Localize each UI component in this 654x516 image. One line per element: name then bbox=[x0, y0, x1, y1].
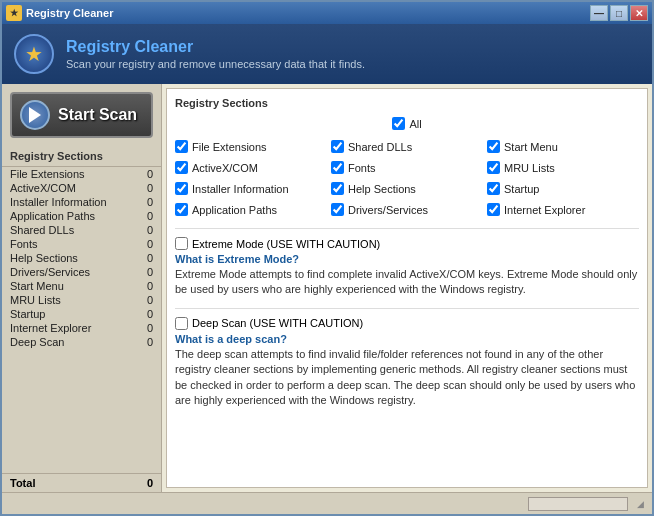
checkbox-label-installer[interactable]: Installer Information bbox=[175, 182, 327, 195]
extreme-mode-label[interactable]: Extreme Mode (USE WITH CAUTION) bbox=[175, 237, 639, 250]
main-area: Start Scan Registry Sections File Extens… bbox=[2, 84, 652, 492]
checkbox-text-startup: Startup bbox=[504, 183, 539, 195]
sidebar-item-count: 0 bbox=[147, 182, 153, 194]
list-item: Installer Information0 bbox=[2, 195, 161, 209]
checkbox-text-fonts: Fonts bbox=[348, 162, 376, 174]
checkbox-label-app-paths[interactable]: Application Paths bbox=[175, 203, 327, 216]
checkbox-all[interactable] bbox=[392, 117, 405, 130]
sidebar-item-count: 0 bbox=[147, 224, 153, 236]
checkbox-startup[interactable] bbox=[487, 182, 500, 195]
checkbox-label-drivers[interactable]: Drivers/Services bbox=[331, 203, 483, 216]
sidebar-item-name: Start Menu bbox=[10, 280, 64, 292]
sidebar-item-name: MRU Lists bbox=[10, 294, 61, 306]
window-icon-symbol: ★ bbox=[10, 8, 18, 18]
sidebar-item-count: 0 bbox=[147, 252, 153, 264]
extreme-mode-label-text: Extreme Mode (USE WITH CAUTION) bbox=[192, 238, 380, 250]
checkbox-app-paths[interactable] bbox=[175, 203, 188, 216]
minimize-button[interactable]: — bbox=[590, 5, 608, 21]
checkbox-ie[interactable] bbox=[487, 203, 500, 216]
sidebar-items-list: File Extensions0ActiveX/COM0Installer In… bbox=[2, 167, 161, 471]
checkbox-grid: File ExtensionsShared DLLsStart MenuActi… bbox=[175, 140, 639, 216]
checkbox-label-mru-lists[interactable]: MRU Lists bbox=[487, 161, 639, 174]
sidebar-item-count: 0 bbox=[147, 238, 153, 250]
sidebar-item-count: 0 bbox=[147, 210, 153, 222]
deep-scan-what: What is a deep scan? bbox=[175, 333, 639, 345]
sidebar-item-name: Deep Scan bbox=[10, 336, 64, 348]
checkbox-label-startup[interactable]: Startup bbox=[487, 182, 639, 195]
list-item: Application Paths0 bbox=[2, 209, 161, 223]
checkbox-installer[interactable] bbox=[175, 182, 188, 195]
sidebar-item-name: Shared DLLs bbox=[10, 224, 74, 236]
status-bar: ◢ bbox=[2, 492, 652, 514]
content-section-title: Registry Sections bbox=[175, 97, 639, 109]
scan-button-icon bbox=[20, 100, 50, 130]
deep-scan-section: Deep Scan (USE WITH CAUTION) What is a d… bbox=[175, 317, 639, 409]
sidebar-item-name: Fonts bbox=[10, 238, 38, 250]
sidebar-item-count: 0 bbox=[147, 308, 153, 320]
checkbox-text-app-paths: Application Paths bbox=[192, 204, 277, 216]
checkbox-all-label[interactable]: All bbox=[392, 117, 421, 130]
sidebar-item-count: 0 bbox=[147, 280, 153, 292]
deep-scan-label[interactable]: Deep Scan (USE WITH CAUTION) bbox=[175, 317, 639, 330]
header-banner: ★ Registry Cleaner Scan your registry an… bbox=[2, 24, 652, 84]
sidebar-total: Total 0 bbox=[2, 473, 161, 492]
deep-scan-description: The deep scan attempts to find invalid f… bbox=[175, 347, 639, 409]
maximize-button[interactable]: □ bbox=[610, 5, 628, 21]
deep-scan-label-text: Deep Scan (USE WITH CAUTION) bbox=[192, 317, 363, 329]
horizontal-scrollbar[interactable] bbox=[528, 497, 628, 511]
checkbox-label-fonts[interactable]: Fonts bbox=[331, 161, 483, 174]
list-item: MRU Lists0 bbox=[2, 293, 161, 307]
checkbox-label-start-menu[interactable]: Start Menu bbox=[487, 140, 639, 153]
checkbox-text-drivers: Drivers/Services bbox=[348, 204, 428, 216]
list-item: Shared DLLs0 bbox=[2, 223, 161, 237]
checkbox-text-mru-lists: MRU Lists bbox=[504, 162, 555, 174]
sidebar-item-count: 0 bbox=[147, 322, 153, 334]
checkbox-mru-lists[interactable] bbox=[487, 161, 500, 174]
checkbox-label-shared-dlls[interactable]: Shared DLLs bbox=[331, 140, 483, 153]
total-count: 0 bbox=[147, 477, 153, 489]
checkbox-label-activex[interactable]: ActiveX/COM bbox=[175, 161, 327, 174]
sidebar-item-name: Help Sections bbox=[10, 252, 78, 264]
checkbox-help-sections[interactable] bbox=[331, 182, 344, 195]
checkbox-start-menu[interactable] bbox=[487, 140, 500, 153]
sidebar-item-name: File Extensions bbox=[10, 168, 85, 180]
sidebar-item-name: Startup bbox=[10, 308, 45, 320]
main-window: ★ Registry Cleaner — □ ✕ ★ Registry Clea… bbox=[0, 0, 654, 516]
all-row: All bbox=[175, 117, 639, 130]
checkbox-text-help-sections: Help Sections bbox=[348, 183, 416, 195]
scan-button-label: Start Scan bbox=[58, 106, 137, 124]
deep-scan-checkbox[interactable] bbox=[175, 317, 188, 330]
sidebar-item-count: 0 bbox=[147, 168, 153, 180]
header-title: Registry Cleaner bbox=[66, 38, 365, 56]
list-item: Fonts0 bbox=[2, 237, 161, 251]
checkbox-fonts[interactable] bbox=[331, 161, 344, 174]
checkbox-activex[interactable] bbox=[175, 161, 188, 174]
checkbox-drivers[interactable] bbox=[331, 203, 344, 216]
header-star-icon: ★ bbox=[25, 42, 43, 66]
extreme-mode-description: Extreme Mode attempts to find complete i… bbox=[175, 267, 639, 298]
checkbox-text-file-ext: File Extensions bbox=[192, 141, 267, 153]
checkbox-label-help-sections[interactable]: Help Sections bbox=[331, 182, 483, 195]
total-label: Total bbox=[10, 477, 35, 489]
sidebar-item-count: 0 bbox=[147, 336, 153, 348]
close-button[interactable]: ✕ bbox=[630, 5, 648, 21]
sidebar-item-count: 0 bbox=[147, 266, 153, 278]
list-item: ActiveX/COM0 bbox=[2, 181, 161, 195]
resize-handle[interactable]: ◢ bbox=[632, 496, 648, 512]
extreme-mode-what: What is Extreme Mode? bbox=[175, 253, 639, 265]
sidebar-item-name: Installer Information bbox=[10, 196, 107, 208]
checkbox-label-file-ext[interactable]: File Extensions bbox=[175, 140, 327, 153]
sidebar-item-name: Application Paths bbox=[10, 210, 95, 222]
checkbox-file-ext[interactable] bbox=[175, 140, 188, 153]
checkbox-text-start-menu: Start Menu bbox=[504, 141, 558, 153]
checkbox-label-ie[interactable]: Internet Explorer bbox=[487, 203, 639, 216]
checkbox-text-activex: ActiveX/COM bbox=[192, 162, 258, 174]
checkbox-text-installer: Installer Information bbox=[192, 183, 289, 195]
start-scan-button[interactable]: Start Scan bbox=[10, 92, 153, 138]
list-item: Drivers/Services0 bbox=[2, 265, 161, 279]
divider-2 bbox=[175, 308, 639, 309]
sidebar-item-count: 0 bbox=[147, 196, 153, 208]
checkbox-shared-dlls[interactable] bbox=[331, 140, 344, 153]
sidebar-section-title: Registry Sections bbox=[2, 146, 161, 167]
extreme-mode-checkbox[interactable] bbox=[175, 237, 188, 250]
